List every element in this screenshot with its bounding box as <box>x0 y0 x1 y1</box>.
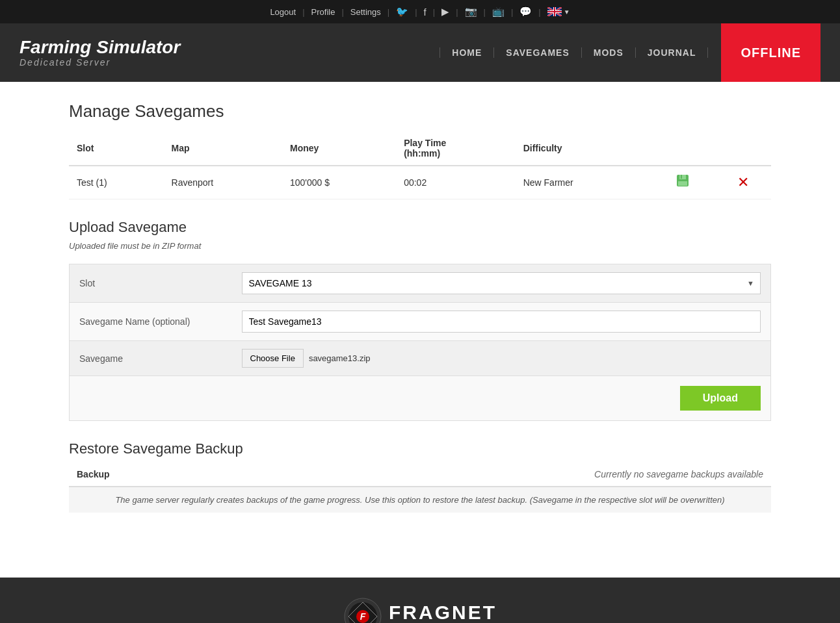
col-playtime: Play Time(hh:mm) <box>396 131 516 166</box>
profile-link[interactable]: Profile <box>311 7 335 17</box>
youtube-icon[interactable]: ▶ <box>441 6 449 18</box>
backup-table: Backup Currently no savegame backups ava… <box>69 463 771 513</box>
row-difficulty: New Farmer <box>516 166 651 199</box>
savegames-table: Slot Map Money Play Time(hh:mm) Difficul… <box>69 131 771 199</box>
name-label: Savegame Name (optional) <box>70 303 232 341</box>
backup-info-text: The game server regularly creates backup… <box>69 487 771 513</box>
delete-icon[interactable]: ✕ <box>737 174 749 190</box>
name-cell <box>232 303 771 341</box>
col-backup: Backup <box>69 463 215 487</box>
col-no-backups: Currently no savegame backups available <box>215 463 771 487</box>
svg-text:F: F <box>360 611 366 622</box>
save-icon[interactable] <box>675 175 690 192</box>
top-bar: Logout | Profile | Settings | 🐦 | f | ▶ … <box>0 0 840 23</box>
file-name-display: savegame13.zip <box>309 353 371 363</box>
instagram-icon[interactable]: 📷 <box>465 6 477 18</box>
logout-link[interactable]: Logout <box>270 7 296 17</box>
file-cell: Choose File savegame13.zip <box>232 341 771 376</box>
nav-home[interactable]: HOME <box>440 47 494 58</box>
sep3: | <box>387 7 389 17</box>
row-map: Ravenport <box>164 166 282 199</box>
upload-savegame-section: Upload Savegame Uploaded file must be in… <box>69 219 771 421</box>
upload-hint: Uploaded file must be in ZIP format <box>69 241 771 251</box>
slot-select[interactable]: SAVEGAME 1SAVEGAME 2SAVEGAME 3SAVEGAME 4… <box>242 272 761 294</box>
twitch-icon[interactable]: 📺 <box>492 6 505 18</box>
row-playtime: 00:02 <box>396 166 516 199</box>
restore-backup-section: Restore Savegame Backup Backup Currently… <box>69 440 771 513</box>
upload-form-table: Slot SAVEGAME 1SAVEGAME 2SAVEGAME 3SAVEG… <box>69 264 771 376</box>
logo-title: Farming Simulator <box>20 38 440 58</box>
name-row: Savegame Name (optional) <box>70 303 771 341</box>
fragnet-text-group: FRAGNET NETWORKS <box>389 602 497 623</box>
discord-icon[interactable]: 💬 <box>519 6 532 18</box>
savegame-file-label: Savegame <box>70 341 232 376</box>
slot-select-wrapper: SAVEGAME 1SAVEGAME 2SAVEGAME 3SAVEGAME 4… <box>242 272 761 294</box>
settings-link[interactable]: Settings <box>350 7 381 17</box>
main-header: Farming Simulator Dedicated Server HOME … <box>0 23 840 82</box>
nav-mods[interactable]: MODS <box>582 47 636 58</box>
upload-title: Upload Savegame <box>69 219 771 236</box>
file-input-group: Choose File savegame13.zip <box>242 349 761 368</box>
sep1: | <box>302 7 304 17</box>
language-selector[interactable]: ▼ <box>547 7 570 16</box>
nav-journal[interactable]: JOURNAL <box>636 47 709 58</box>
sep2: | <box>341 7 343 17</box>
choose-file-button[interactable]: Choose File <box>242 349 304 368</box>
svg-rect-10 <box>679 175 686 179</box>
upload-btn-row: Upload <box>69 376 771 421</box>
row-save-action[interactable] <box>651 166 715 199</box>
col-difficulty: Difficulty <box>516 131 651 166</box>
col-slot: Slot <box>69 131 164 166</box>
col-money: Money <box>282 131 396 166</box>
nav-savegames[interactable]: SAVEGAMES <box>494 47 581 58</box>
table-row: Test (1) Ravenport 100'000 $ 00:02 New F… <box>69 166 771 199</box>
col-delete <box>715 131 771 166</box>
dropdown-arrow-icon: ▼ <box>564 8 570 16</box>
footer: F FRAGNET NETWORKS <box>0 578 840 623</box>
restore-title: Restore Savegame Backup <box>69 440 771 457</box>
server-status-badge: OFFLINE <box>721 23 820 82</box>
fragnet-name: FRAGNET <box>389 602 497 623</box>
twitter-icon[interactable]: 🐦 <box>396 6 408 18</box>
fragnet-logo: F FRAGNET NETWORKS <box>343 597 497 623</box>
svg-rect-12 <box>678 181 687 186</box>
file-row: Savegame Choose File savegame13.zip <box>70 341 771 376</box>
svg-rect-11 <box>681 175 682 179</box>
backup-info-row: The game server regularly creates backup… <box>69 487 771 513</box>
col-map: Map <box>164 131 282 166</box>
slot-cell: SAVEGAME 1SAVEGAME 2SAVEGAME 3SAVEGAME 4… <box>232 264 771 303</box>
savegame-name-input[interactable] <box>242 311 761 333</box>
col-actions <box>651 131 715 166</box>
social-icons: 🐦 | f | ▶ | 📷 | 📺 | 💬 | ▼ <box>396 6 570 18</box>
row-slot: Test (1) <box>69 166 164 199</box>
manage-savegames-title: Manage Savegames <box>69 101 771 121</box>
logo-area: Farming Simulator Dedicated Server <box>20 38 440 68</box>
facebook-icon[interactable]: f <box>424 6 427 18</box>
svg-rect-8 <box>547 11 562 12</box>
flag-uk-icon <box>547 7 562 16</box>
row-delete-action[interactable]: ✕ <box>715 166 771 199</box>
fragnet-logo-icon: F <box>343 597 382 623</box>
slot-label: Slot <box>70 264 232 303</box>
main-nav: HOME SAVEGAMES MODS JOURNAL <box>440 47 708 58</box>
main-content: Manage Savegames Slot Map Money Play Tim… <box>30 82 810 552</box>
logo-subtitle: Dedicated Server <box>20 57 440 68</box>
upload-button[interactable]: Upload <box>680 386 761 411</box>
slot-row: Slot SAVEGAME 1SAVEGAME 2SAVEGAME 3SAVEG… <box>70 264 771 303</box>
row-money: 100'000 $ <box>282 166 396 199</box>
